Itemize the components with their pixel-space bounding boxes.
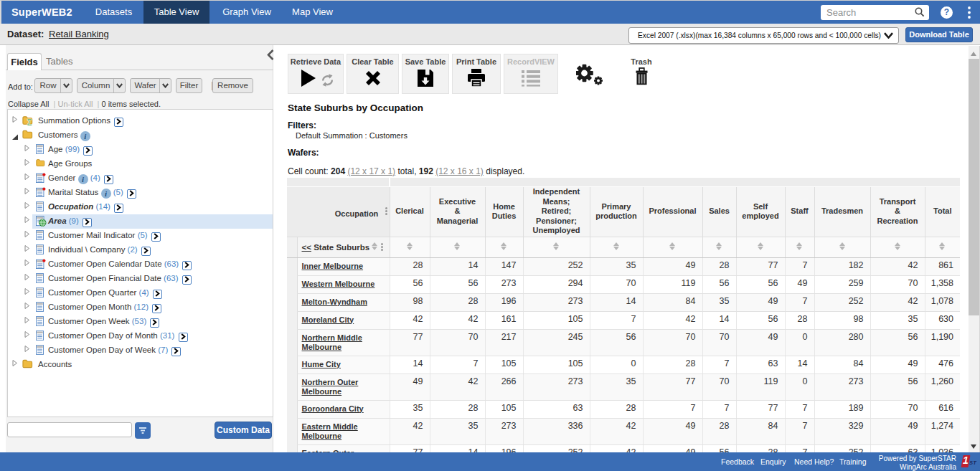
svg-text:Σ: Σ — [27, 118, 32, 126]
